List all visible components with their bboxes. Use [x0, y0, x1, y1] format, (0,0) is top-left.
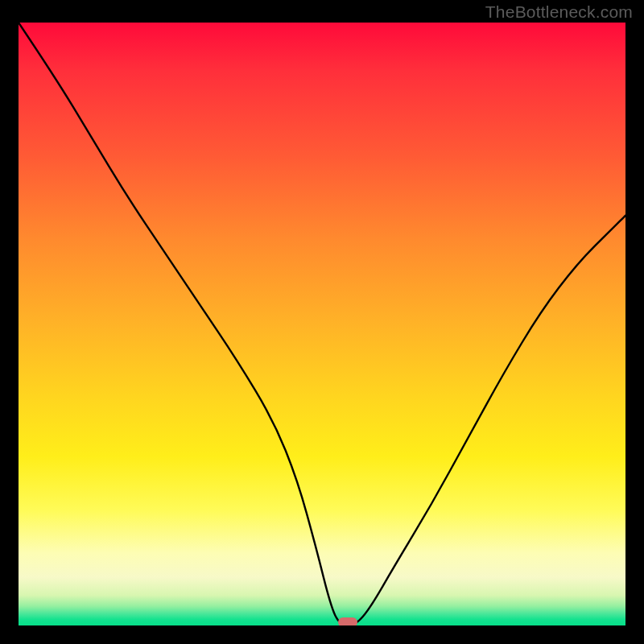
- chart-frame: TheBottleneck.com: [0, 0, 644, 644]
- optimal-point-marker: [338, 617, 357, 626]
- bottleneck-curve-svg: [19, 23, 625, 625]
- plot-area: [19, 23, 625, 625]
- watermark-text: TheBottleneck.com: [485, 2, 633, 22]
- bottleneck-curve: [19, 23, 625, 625]
